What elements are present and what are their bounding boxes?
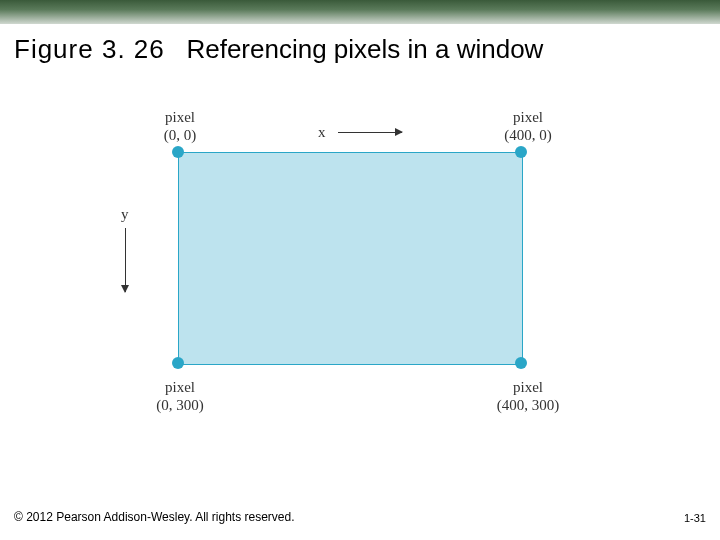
figure-number: Figure 3. 26 bbox=[14, 34, 165, 64]
window-rectangle bbox=[178, 152, 523, 365]
page-number: 1-31 bbox=[684, 512, 706, 524]
pixel-dot-top-right bbox=[515, 146, 527, 158]
figure-caption: Referencing pixels in a window bbox=[186, 34, 543, 64]
pixel-dot-bottom-right bbox=[515, 357, 527, 369]
x-axis-label: x bbox=[318, 124, 326, 141]
y-axis-arrow-icon bbox=[125, 228, 126, 292]
pixel-dot-top-left bbox=[172, 146, 184, 158]
x-axis-arrow-icon bbox=[338, 132, 402, 133]
y-axis-label: y bbox=[121, 206, 129, 223]
pixel-label-top-right: pixel (400, 0) bbox=[498, 108, 558, 144]
pixel-label-top-left: pixel (0, 0) bbox=[158, 108, 202, 144]
pixel-dot-bottom-left bbox=[172, 357, 184, 369]
header-gradient bbox=[0, 0, 720, 24]
diagram-canvas: x y pixel (0, 0) pixel (400, 0) pixel (0… bbox=[0, 90, 720, 460]
pixel-label-bottom-right: pixel (400, 300) bbox=[488, 378, 568, 414]
pixel-label-bottom-left: pixel (0, 300) bbox=[148, 378, 212, 414]
copyright-text: © 2012 Pearson Addison-Wesley. All right… bbox=[14, 510, 295, 524]
figure-title: Figure 3. 26 Referencing pixels in a win… bbox=[14, 34, 543, 65]
